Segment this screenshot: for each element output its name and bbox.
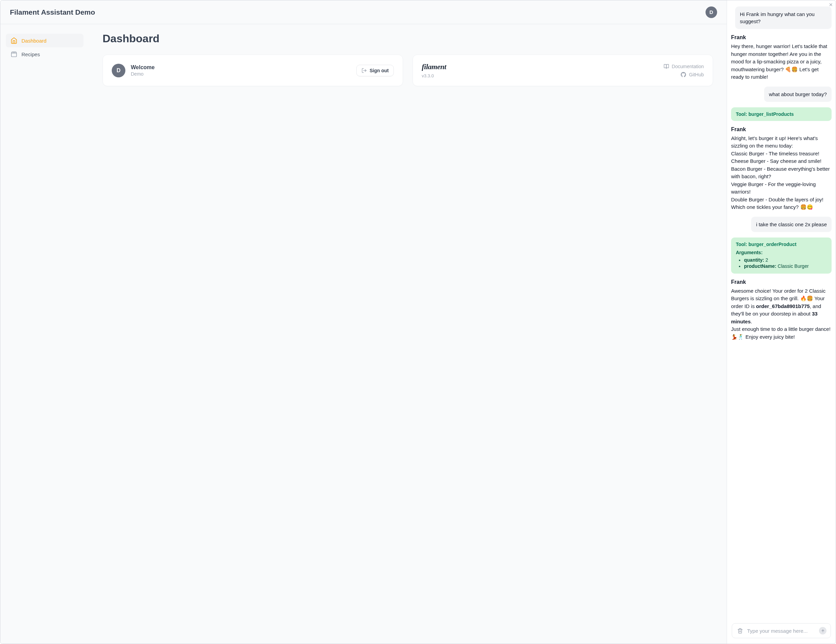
user-message: Hi Frank im hungry what can you suggest? <box>735 7 831 29</box>
assistant-name: Frank <box>731 279 831 285</box>
sign-out-button[interactable]: Sign out <box>356 65 394 76</box>
github-label: GitHub <box>689 72 704 77</box>
github-icon <box>681 72 686 77</box>
github-link[interactable]: GitHub <box>681 72 704 77</box>
sidebar: DashboardRecipes <box>0 24 89 644</box>
user-message: i take the classic one 2x please <box>751 217 831 232</box>
tool-call: Tool: burger_orderProductArguments:quant… <box>731 237 831 274</box>
sign-out-label: Sign out <box>370 68 389 73</box>
welcome-card: D Welcome Demo Sign out <box>103 54 403 86</box>
user-message: what about burger today? <box>764 87 831 102</box>
filament-version: v3.3.0 <box>422 73 446 78</box>
close-icon[interactable]: ✕ <box>829 2 833 7</box>
tool-arg: quantity: 2 <box>744 257 827 263</box>
welcome-sub: Demo <box>131 71 155 77</box>
book-icon <box>664 64 669 69</box>
tool-name-line: Tool: burger_listProducts <box>736 111 827 117</box>
chat-input[interactable] <box>747 628 816 634</box>
tool-arg: productName: Classic Burger <box>744 263 827 269</box>
assistant-name: Frank <box>731 34 831 41</box>
assistant-name: Frank <box>731 126 831 132</box>
page-title: Dashboard <box>103 33 713 45</box>
svg-rect-0 <box>11 53 17 57</box>
sign-out-icon <box>361 68 367 73</box>
content: Dashboard D Welcome Demo <box>89 24 727 644</box>
avatar[interactable]: D <box>705 7 717 18</box>
welcome-avatar: D <box>112 64 126 77</box>
brand-title: Filament Assistant Demo <box>10 8 95 16</box>
chat-input-row <box>732 623 831 638</box>
chat-panel: ✕ Hi Frank im hungry what can you sugges… <box>727 0 836 644</box>
filament-card: filament v3.3.0 Documentation <box>413 54 713 86</box>
assistant-text: Awesome choice! Your order for 2 Classic… <box>731 287 831 341</box>
tool-name-line: Tool: burger_orderProduct <box>736 242 827 247</box>
topbar: Filament Assistant Demo D <box>0 0 727 24</box>
tool-args-label: Arguments: <box>736 250 827 255</box>
trash-icon[interactable] <box>736 627 744 634</box>
sidebar-item-label: Recipes <box>21 51 40 57</box>
package-icon <box>11 51 17 57</box>
assistant-message: FrankAwesome choice! Your order for 2 Cl… <box>731 279 831 341</box>
filament-logo: filament <box>422 62 446 71</box>
tool-call: Tool: burger_listProducts <box>731 107 831 121</box>
sidebar-item-recipes[interactable]: Recipes <box>6 47 83 61</box>
sidebar-item-dashboard[interactable]: Dashboard <box>6 34 83 47</box>
assistant-message: FrankHey there, hunger warrior! Let's ta… <box>731 34 831 81</box>
send-button[interactable] <box>819 627 826 634</box>
assistant-text: Hey there, hunger warrior! Let's tackle … <box>731 42 831 81</box>
documentation-link[interactable]: Documentation <box>664 64 704 69</box>
welcome-title: Welcome <box>131 64 155 70</box>
assistant-text: Alright, let's burger it up! Here's what… <box>731 135 831 211</box>
tool-args-list: quantity: 2productName: Classic Burger <box>738 257 827 269</box>
assistant-message: FrankAlright, let's burger it up! Here's… <box>731 126 831 211</box>
home-icon <box>11 37 17 44</box>
sidebar-item-label: Dashboard <box>21 38 46 44</box>
documentation-label: Documentation <box>672 64 704 69</box>
